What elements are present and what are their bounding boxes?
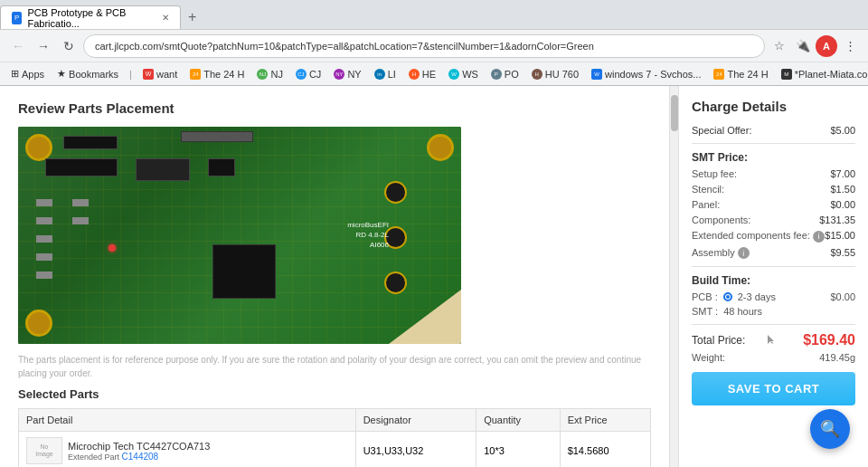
- col-quantity: Quantity: [476, 409, 560, 432]
- search-icon: 🔍: [820, 419, 840, 439]
- bookmark-ny[interactable]: NY NY: [330, 67, 364, 81]
- pcb-radio[interactable]: [723, 292, 732, 301]
- fab-search-button[interactable]: 🔍: [810, 409, 850, 449]
- charge-details-panel: Charge Details Special Offer: $5.00 SMT …: [678, 86, 868, 467]
- bookmark-win7[interactable]: W windows 7 - Svchos...: [588, 67, 704, 81]
- stencil-value: $1.50: [830, 184, 855, 195]
- pcb-time-value: 2-3 days: [738, 291, 776, 302]
- smt-time-value: 48 hours: [723, 306, 762, 317]
- bm-icon-nj: NJ: [257, 69, 268, 80]
- bookmark-want[interactable]: W want: [139, 67, 181, 81]
- divider-2: [692, 266, 855, 267]
- total-price-label: Total Price:: [692, 334, 745, 347]
- page-content: Review Parts Placement: [0, 86, 868, 467]
- bookmark-24h[interactable]: 24 The 24 H: [186, 67, 248, 81]
- bookmark-li[interactable]: in LI: [371, 67, 400, 81]
- bm-icon-want: W: [143, 69, 154, 80]
- active-tab[interactable]: P PCB Prototype & PCB Fabricatio... ✕: [0, 5, 181, 29]
- divider-3: [692, 324, 855, 325]
- bookmark-star-button[interactable]: ☆: [769, 35, 790, 57]
- pcb-chip-main: [212, 244, 276, 299]
- menu-button[interactable]: ⋮: [839, 35, 861, 57]
- smt-price-header: SMT Price:: [692, 151, 855, 164]
- new-tab-button[interactable]: +: [181, 5, 203, 29]
- charge-details-title: Charge Details: [692, 99, 855, 114]
- bm-icon-hu: H: [532, 69, 542, 80]
- left-area: Review Parts Placement: [0, 86, 669, 467]
- setup-fee-label: Setup fee:: [692, 168, 737, 179]
- scrollbar-track[interactable]: [669, 86, 678, 467]
- build-time-header: Build Time:: [692, 274, 855, 287]
- no-image-1: NoImage: [26, 437, 62, 464]
- bookmark-nj[interactable]: NJ NJ: [253, 67, 286, 81]
- cursor-icon: [768, 335, 777, 344]
- refresh-button[interactable]: ↻: [58, 35, 80, 57]
- scrollbar-thumb[interactable]: [671, 95, 678, 131]
- cursor-area: [768, 334, 780, 347]
- part-extended-label-1: Extended Part C144208: [68, 452, 210, 462]
- pcb-corner-tl: [25, 134, 52, 161]
- pcb-via-1: [384, 181, 407, 204]
- extensions-button[interactable]: 🔌: [792, 35, 814, 57]
- part-detail-cell-1: NoImage Microchip Tech TC4427COA713 Exte…: [19, 432, 356, 468]
- forward-button[interactable]: →: [33, 35, 54, 57]
- save-to-cart-button[interactable]: SAVE TO CART: [692, 372, 855, 405]
- table-row: NoImage Microchip Tech TC4427COA713 Exte…: [19, 432, 651, 468]
- part-link-1[interactable]: C144208: [122, 452, 159, 462]
- panel-row: Panel: $0.00: [692, 199, 855, 210]
- bm-icon-ws: W: [448, 69, 459, 80]
- pcb-time-label: PCB :: [692, 291, 718, 302]
- pcb-label-line1: microBusEFI: [347, 220, 389, 230]
- pcb-comp-4: [36, 253, 52, 261]
- assembly-label: Assembly i: [692, 247, 750, 260]
- panel-value: $0.00: [830, 199, 855, 210]
- bookmark-cj[interactable]: CJ CJ: [292, 67, 325, 81]
- back-button[interactable]: ←: [7, 35, 29, 57]
- nav-bar: ← → ↻ ☆ 🔌 A ⋮: [0, 29, 868, 62]
- pcb-comp-6: [72, 199, 89, 206]
- browser-chrome: P PCB Prototype & PCB Fabricatio... ✕ + …: [0, 0, 868, 86]
- bm-icon-miata: M: [781, 69, 792, 80]
- quantity-cell-1: 10*3: [476, 432, 560, 468]
- pcb-label-line3: AI606: [347, 241, 389, 251]
- address-bar[interactable]: [83, 34, 765, 58]
- ext-components-value: $15.00: [825, 230, 855, 243]
- stencil-label: Stencil:: [692, 184, 724, 195]
- bookmarks-bar: ⊞ Apps ★ Bookmarks | W want 24 The 24 H …: [0, 62, 868, 85]
- ext-components-info-icon[interactable]: i: [813, 231, 825, 243]
- pcb-comp-5: [36, 272, 52, 279]
- bm-icon-he: H: [409, 69, 420, 80]
- account-button[interactable]: A: [816, 35, 837, 57]
- weight-value: 419.45g: [819, 352, 855, 363]
- assembly-row: Assembly i $9.55: [692, 247, 855, 260]
- setup-fee-value: $7.00: [830, 168, 855, 179]
- bookmark-planet-miata[interactable]: M *Planet-Miata.com...: [778, 67, 868, 81]
- pcb-price: $0.00: [830, 291, 855, 302]
- bm-icon-24h-2: 24: [713, 69, 724, 80]
- tab-bar: P PCB Prototype & PCB Fabricatio... ✕ +: [0, 0, 868, 29]
- components-value: $131.35: [819, 214, 855, 225]
- bookmark-ws[interactable]: W WS: [445, 67, 482, 81]
- bm-icon-li: in: [374, 69, 385, 80]
- pcb-label: microBusEFI RD 4.8-2L AI606: [347, 220, 389, 251]
- col-part-detail: Part Detail: [19, 409, 356, 432]
- pcb-chip-2: [45, 158, 118, 176]
- bookmark-24h-2[interactable]: 24 The 24 H: [710, 67, 771, 81]
- special-offer-label: Special Offer:: [692, 125, 751, 136]
- bookmark-po[interactable]: P PO: [487, 67, 523, 81]
- bookmark-hu[interactable]: H HU 760: [528, 67, 582, 81]
- assembly-info-icon[interactable]: i: [738, 247, 750, 259]
- pcb-connector: [181, 131, 253, 142]
- bookmark-bookmarks[interactable]: ★ Bookmarks: [53, 66, 122, 81]
- pcb-time-row: PCB : 2-3 days $0.00: [692, 291, 855, 302]
- bookmark-he[interactable]: H HE: [405, 67, 439, 81]
- page-title: Review Parts Placement: [18, 100, 651, 116]
- pcb-image-container: microBusEFI RD 4.8-2L AI606: [18, 127, 461, 344]
- bookmarks-label: Bookmarks: [69, 69, 118, 80]
- divider-1: [692, 143, 855, 144]
- bm-icon-cj: CJ: [296, 69, 307, 80]
- svg-marker-0: [768, 335, 774, 344]
- pcb-comp-1: [36, 199, 52, 206]
- bookmark-apps[interactable]: ⊞ Apps: [7, 66, 48, 81]
- tab-close-btn[interactable]: ✕: [162, 13, 169, 23]
